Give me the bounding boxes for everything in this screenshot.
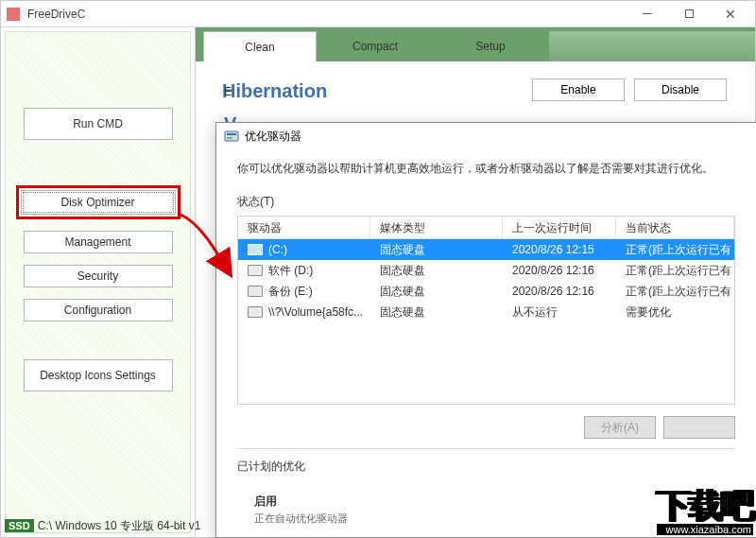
analyze-button[interactable]: 分析(A)	[584, 416, 656, 439]
disk-optimizer-button[interactable]: Disk Optimizer	[21, 190, 176, 215]
hibernation-buttons: Enable Disable	[532, 78, 727, 101]
drive-icon	[248, 306, 263, 318]
drive-icon	[248, 265, 263, 276]
sidebar: Run CMD Disk Optimizer Management Securi…	[1, 27, 196, 537]
drive-name: 软件 (D:)	[268, 263, 313, 279]
status: 正常(距上次运行已有 1 天)	[616, 263, 734, 279]
status-text: C:\ Windows 10 专业版 64-bit v1	[38, 518, 201, 534]
maximize-button[interactable]	[668, 1, 710, 27]
titlebar: FreeDriveC ✕	[1, 1, 755, 27]
col-status[interactable]: 当前状态	[616, 217, 734, 238]
last-run: 2020/8/26 12:15	[503, 243, 616, 256]
optimize-button[interactable]	[663, 416, 735, 439]
table-row[interactable]: 软件 (D:)固态硬盘2020/8/26 12:16正常(距上次运行已有 1 天…	[238, 260, 734, 281]
separator	[237, 448, 735, 449]
last-run: 从不运行	[503, 304, 616, 321]
security-button[interactable]: Security	[24, 265, 173, 287]
drive-name: \\?\Volume{a58fc...	[268, 305, 363, 319]
svg-rect-0	[225, 131, 238, 141]
drive-name: (C:)	[268, 243, 287, 256]
last-run: 2020/8/26 12:16	[503, 264, 616, 277]
sidebar-panel: Run CMD Disk Optimizer Management Securi…	[5, 31, 191, 533]
close-button[interactable]: ✕	[710, 1, 751, 27]
table-row[interactable]: 备份 (E:)固态硬盘2020/8/26 12:16正常(距上次运行已有 1 天…	[238, 281, 734, 302]
dialog-description: 你可以优化驱动器以帮助计算机更高效地运行，或者分析驱动器以了解是否需要对其进行优…	[237, 161, 735, 177]
media-type: 固态硬盘	[370, 304, 503, 321]
dialog-buttons: 分析(A)	[237, 416, 735, 439]
svg-rect-2	[227, 137, 232, 139]
sched-enable: 启用	[254, 494, 724, 510]
dialog-titlebar: 优化驱动器	[216, 123, 756, 149]
drive-icon	[248, 286, 263, 297]
media-type: 固态硬盘	[370, 263, 503, 279]
grid-rows: (C:)固态硬盘2020/8/26 12:15正常(距上次运行已有 1 天)软件…	[238, 239, 734, 322]
app-logo-icon	[7, 8, 20, 21]
col-media[interactable]: 媒体类型	[370, 217, 503, 238]
ssd-badge: SSD	[5, 519, 34, 532]
scheduled-title: 已计划的优化	[237, 459, 735, 475]
svg-rect-1	[227, 133, 236, 135]
optimize-drives-dialog: 优化驱动器 你可以优化驱动器以帮助计算机更高效地运行，或者分析驱动器以了解是否需…	[215, 122, 756, 538]
drive-name: 备份 (E:)	[268, 284, 313, 300]
last-run: 2020/8/26 12:16	[503, 285, 616, 298]
tab-compact[interactable]: Compact	[318, 31, 432, 61]
media-type: 固态硬盘	[370, 284, 503, 300]
minimize-button[interactable]	[627, 1, 668, 27]
disable-button[interactable]: Disable	[634, 78, 727, 101]
status: 正常(距上次运行已有 1 天)	[616, 242, 734, 258]
window-title: FreeDriveC	[27, 8, 627, 21]
status: 需要优化	[616, 304, 734, 321]
disk-optimizer-highlight: Disk Optimizer	[16, 185, 180, 219]
tab-setup[interactable]: Setup	[434, 31, 547, 61]
enable-button[interactable]: Enable	[532, 78, 625, 101]
window-controls: ✕	[627, 1, 751, 27]
table-row[interactable]: (C:)固态硬盘2020/8/26 12:15正常(距上次运行已有 1 天)	[238, 239, 734, 260]
tabs-bar: Clean Compact Setup	[196, 27, 755, 61]
desktop-icons-button[interactable]: Desktop Icons Settings	[24, 359, 173, 391]
col-last[interactable]: 上一次运行时间	[503, 217, 616, 238]
state-label: 状态(T)	[237, 194, 735, 210]
optimize-drives-icon	[224, 129, 239, 144]
main-window: FreeDriveC ✕ Run CMD Disk Optimizer Mana…	[0, 0, 756, 538]
col-drive[interactable]: 驱动器	[238, 217, 370, 238]
table-row[interactable]: \\?\Volume{a58fc...固态硬盘从不运行需要优化	[238, 302, 734, 322]
drives-grid[interactable]: 驱动器 媒体类型 上一次运行时间 当前状态 (C:)固态硬盘2020/8/26 …	[237, 216, 735, 405]
grid-header: 驱动器 媒体类型 上一次运行时间 当前状态	[238, 217, 734, 239]
tab-clean[interactable]: Clean	[203, 31, 317, 61]
dialog-body: 你可以优化驱动器以帮助计算机更高效地运行，或者分析驱动器以了解是否需要对其进行优…	[216, 149, 756, 538]
management-button[interactable]: Management	[24, 231, 173, 253]
run-cmd-button[interactable]: Run CMD	[24, 108, 173, 140]
media-type: 固态硬盘	[370, 242, 503, 258]
configuration-button[interactable]: Configuration	[24, 299, 173, 321]
drive-icon	[248, 244, 263, 255]
statusbar: SSD C:\ Windows 10 专业版 64-bit v1	[5, 516, 755, 535]
dialog-title: 优化驱动器	[245, 129, 301, 145]
status: 正常(距上次运行已有 1 天)	[616, 284, 734, 300]
